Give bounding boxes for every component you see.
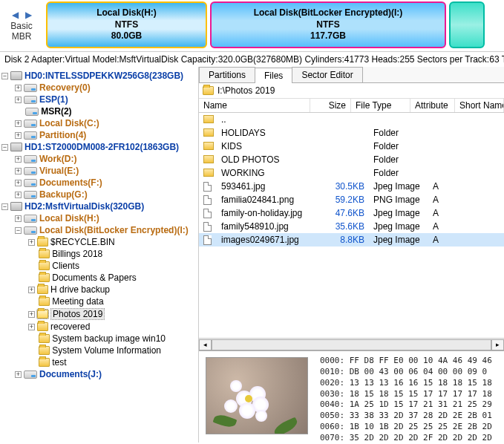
tree-msr[interactable]: MSR(2) [15, 105, 197, 117]
file-row[interactable]: HOLIDAYSFolder [199, 126, 504, 140]
folder-icon [39, 249, 50, 258]
nav-mbr-label: MBR [12, 32, 32, 42]
nav-basic-label: Basic [10, 22, 32, 31]
tree-photos[interactable]: +Photos 2019 [28, 307, 197, 321]
file-row[interactable]: WORKINGFolder [199, 166, 504, 180]
file-icon [203, 195, 212, 205]
folder-icon [39, 261, 50, 270]
hex-dump[interactable]: 0000: FF D8 FF E0 00 10 4A 46 49 46 0010… [314, 351, 504, 443]
tree-hd2[interactable]: −HD2:MsftVirtualDisk(320GB) [1, 200, 197, 212]
tree-svi[interactable]: System Volume Information [28, 345, 197, 356]
folder-icon [203, 155, 214, 163]
drive-icon [24, 226, 37, 235]
drive-icon [24, 96, 37, 104]
tree-localc[interactable]: +Local Disk(C:) [15, 117, 197, 129]
tab-partitions[interactable]: Partitions [199, 67, 255, 82]
forward-button[interactable]: ▶ [23, 10, 33, 20]
tree-docf[interactable]: +Documents(F:) [15, 177, 197, 189]
scroll-track[interactable] [212, 339, 491, 350]
folder-icon [39, 273, 50, 282]
path-bar[interactable]: I:\Photos 2019 [199, 83, 504, 99]
disk-icon [10, 202, 22, 211]
tree-test[interactable]: test [28, 356, 197, 368]
file-icon [203, 222, 212, 232]
col-name[interactable]: Name [199, 99, 310, 112]
drive-icon [24, 370, 37, 379]
drive-icon [24, 179, 37, 187]
tab-sector-editor[interactable]: Sector Editor [292, 67, 362, 82]
tree-localh[interactable]: +Local Disk(H:) [15, 212, 197, 224]
tree-esp[interactable]: +ESP(1) [15, 94, 197, 105]
folder-icon [203, 169, 214, 177]
file-row[interactable]: familia024841.png59.2KBPNG ImageA [199, 193, 504, 206]
drive-icon [24, 215, 37, 223]
scroll-right-button[interactable]: ▸ [491, 339, 504, 350]
drive-icon [24, 167, 37, 175]
drive-icon [24, 155, 37, 163]
tree-docj[interactable]: +Documents(J:) [15, 368, 197, 380]
partition-i-name: Local Disk(BitLocker Encrypted)(I:) [254, 7, 403, 19]
tab-bar: Partitions Files Sector Editor [199, 67, 504, 83]
partition-h-name: Local Disk(H:) [96, 7, 157, 19]
col-size[interactable]: Size [310, 99, 351, 112]
folder-icon [37, 310, 48, 319]
tree-clients[interactable]: Clients [28, 260, 197, 272]
file-icon [203, 182, 212, 192]
col-type[interactable]: File Type [351, 99, 410, 112]
file-row-up[interactable]: .. [199, 113, 504, 126]
partition-block-next[interactable] [449, 1, 485, 48]
disk-tree[interactable]: −HD0:INTELSSDPEKKW256G8(238GB) +Recovery… [0, 67, 199, 443]
disk-map: Local Disk(H:) NTFS 80.0GB Local Disk(Bi… [43, 0, 504, 51]
file-row-selected[interactable]: images0249671.jpg8.8KBJpeg ImageA [199, 233, 504, 247]
disk-icon [10, 71, 22, 80]
file-row[interactable]: 593461.jpg30.5KBJpeg ImageA [199, 180, 504, 193]
file-list[interactable]: .. HOLIDAYSFolder KIDSFolder OLD PHOTOSF… [199, 113, 504, 247]
partition-i-fs: NTFS [316, 19, 339, 31]
folder-icon [203, 142, 214, 150]
file-list-header: Name Size File Type Attribute Short Name [199, 99, 504, 113]
partition-block-i[interactable]: Local Disk(BitLocker Encrypted)(I:) NTFS… [210, 1, 446, 48]
col-short[interactable]: Short Name [455, 99, 504, 112]
back-button[interactable]: ◀ [10, 10, 20, 20]
horizontal-scrollbar[interactable]: ◂ ▸ [199, 338, 504, 350]
tree-viruale[interactable]: +Virual(E:) [15, 165, 197, 177]
folder-icon [37, 322, 48, 331]
tree-partition4[interactable]: +Partition(4) [15, 129, 197, 141]
tree-recovered[interactable]: +recovered [28, 321, 197, 333]
tree-billings[interactable]: Billings 2018 [28, 248, 197, 260]
current-path: I:\Photos 2019 [217, 85, 275, 96]
drive-icon [25, 108, 39, 116]
preview-thumbnail [199, 351, 314, 443]
file-row[interactable]: family548910.jpg35.6KBJpeg ImageA [199, 220, 504, 233]
file-row[interactable]: family-on-holiday.jpg47.6KBJpeg ImageA [199, 206, 504, 220]
tree-hd0[interactable]: −HD0:INTELSSDPEKKW256G8(238GB) [1, 70, 197, 82]
scroll-left-button[interactable]: ◂ [199, 339, 212, 350]
tree-hd1[interactable]: −HD1:ST2000DM008-2FR102(1863GB) [1, 141, 197, 153]
tree-sysbackup[interactable]: System backup image win10 [28, 333, 197, 345]
tree-backupg[interactable]: +Backup(G:) [15, 189, 197, 200]
folder-icon [39, 358, 50, 367]
partition-block-h[interactable]: Local Disk(H:) NTFS 80.0GB [46, 1, 207, 48]
col-attr[interactable]: Attribute [410, 99, 455, 112]
tree-docs[interactable]: Documents & Papers [28, 272, 197, 284]
tree-recycle[interactable]: +$RECYCLE.BIN [28, 236, 197, 248]
folder-icon [203, 86, 214, 95]
tree-recovery[interactable]: +Recovery(0) [15, 82, 197, 94]
tree-workd[interactable]: +Work(D:) [15, 153, 197, 165]
partition-h-fs: NTFS [115, 19, 138, 31]
file-row[interactable]: OLD PHOTOSFolder [199, 153, 504, 166]
disk-info-bar: Disk 2 Adapter:Virtual Model:MsftVirtual… [0, 52, 504, 67]
drive-icon [24, 191, 37, 199]
tree-locali[interactable]: −Local Disk(BitLocker Encrypted)(I:) [15, 224, 197, 236]
file-icon [203, 235, 212, 245]
drive-icon [24, 84, 37, 92]
tree-hdrive[interactable]: +H drive backup [28, 284, 197, 296]
partition-i-size: 117.7GB [310, 30, 346, 42]
folder-icon [39, 297, 50, 306]
tree-meeting[interactable]: Meeting data [28, 296, 197, 307]
folder-icon [203, 128, 214, 137]
tab-files[interactable]: Files [255, 68, 292, 83]
file-icon [203, 209, 212, 218]
file-row[interactable]: KIDSFolder [199, 140, 504, 153]
folder-icon [203, 115, 214, 123]
